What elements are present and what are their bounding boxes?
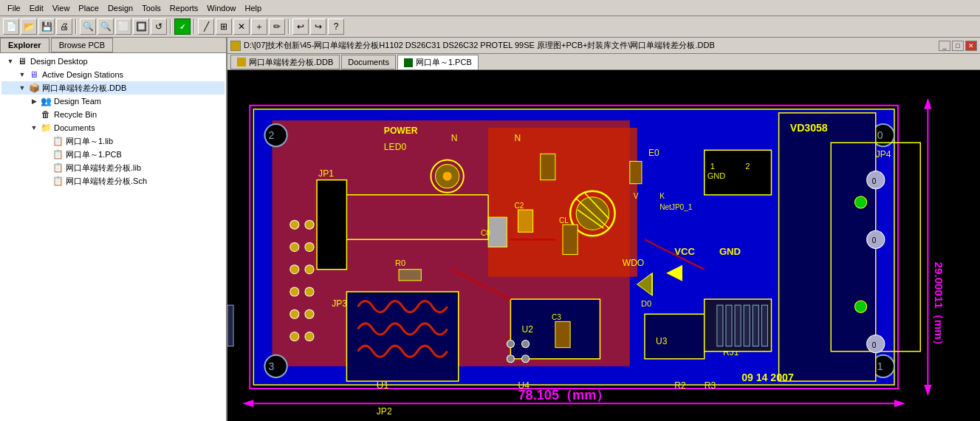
tree-file2[interactable]: 📋 网口单～1.PCB: [1, 148, 225, 161]
svg-text:1: 1: [877, 360, 883, 372]
svg-text:JP1: JP1: [318, 168, 334, 179]
svg-rect-59: [630, 161, 642, 183]
svg-text:1: 1: [710, 162, 715, 171]
svg-point-65: [290, 220, 299, 229]
documents-tab-label: Documents: [348, 58, 389, 66]
menu-file[interactable]: File: [3, 2, 25, 14]
menu-tools[interactable]: Tools: [137, 2, 165, 14]
doc-titlebar: D:\[07]技术创新\45-网口单端转差分板H1102 DS26C31 DS2…: [227, 38, 980, 54]
svg-text:GND: GND: [707, 171, 726, 180]
toolbar-row-1: 📄 📂 💾 🖨 🔍 🔍 ⬜ 🔲 ↺ ✓ ╱ ⊞ ✕ ＋ ✏ ↩ ↪ ?: [0, 16, 980, 37]
tree-documents[interactable]: ▼ 📁 Documents: [1, 121, 225, 134]
save-btn[interactable]: 💾: [38, 18, 55, 35]
tree-label-docs: Documents: [54, 123, 95, 132]
undo-btn[interactable]: ↩: [292, 18, 309, 35]
tree-label-file4: 网口单端转差分板.Sch: [66, 176, 147, 187]
zoom-select-btn[interactable]: 🔲: [133, 18, 149, 35]
tree-ddb-file[interactable]: ▼ 📦 网口单端转差分板.DDB: [1, 81, 225, 95]
open-btn[interactable]: 📂: [21, 18, 37, 35]
refresh-btn[interactable]: ↺: [151, 18, 167, 35]
zoom-fit-btn[interactable]: ⬜: [115, 18, 131, 35]
svg-point-62: [522, 340, 530, 348]
svg-text:09 14 2007: 09 14 2007: [741, 372, 794, 383]
print-btn[interactable]: 🖨: [56, 18, 72, 35]
svg-rect-85: [726, 305, 732, 346]
pcb-tab-icon: [404, 58, 413, 67]
menu-help[interactable]: Help: [240, 2, 266, 14]
svg-rect-108: [555, 321, 570, 347]
pcb-canvas[interactable]: 2 3 0 1 VD3058 JP4 0: [227, 70, 980, 421]
tree-design-team[interactable]: ▶ 👥 Design Team: [1, 95, 225, 108]
svg-point-61: [507, 340, 514, 348]
cross-btn[interactable]: ✕: [233, 18, 250, 35]
svg-text:E0: E0: [648, 148, 659, 158]
docs-icon: 📁: [40, 122, 52, 134]
doc-tab-documents[interactable]: Documents: [341, 55, 396, 69]
svg-text:0: 0: [872, 236, 877, 244]
tree-active-stations[interactable]: ▼ 🖥 Active Design Stations: [1, 68, 225, 81]
svg-rect-86: [735, 305, 741, 346]
svg-text:U2: U2: [522, 324, 534, 335]
doc-tab-ddb[interactable]: 网口单端转差分板.DDB: [230, 55, 340, 69]
tree-label-file2: 网口单～1.PCB: [66, 149, 122, 160]
tree-label-file1: 网口单～1.lib: [66, 136, 113, 147]
svg-text:LED0: LED0: [384, 142, 407, 152]
menu-place[interactable]: Place: [74, 2, 103, 14]
menu-window[interactable]: Window: [202, 2, 240, 14]
wire-btn[interactable]: ╱: [198, 18, 214, 35]
svg-rect-60: [541, 154, 555, 179]
plus-btn[interactable]: ＋: [251, 18, 267, 35]
svg-rect-89: [761, 305, 767, 346]
svg-text:78.105（mm）: 78.105（mm）: [518, 388, 609, 403]
expander-recycle[interactable]: ▶: [28, 111, 40, 118]
tree-file3[interactable]: 📋 网口单端转差分板.lib: [1, 161, 225, 174]
bus-btn[interactable]: ⊞: [216, 18, 232, 35]
menu-view[interactable]: View: [48, 2, 75, 14]
restore-btn[interactable]: □: [952, 41, 964, 51]
tab-explorer[interactable]: Explorer: [0, 38, 49, 52]
tree-design-desktop[interactable]: ▼ 🖥 Design Desktop: [1, 55, 225, 68]
expander-stations[interactable]: ▼: [16, 71, 28, 78]
expander-docs[interactable]: ▼: [28, 124, 40, 131]
svg-text:N: N: [451, 133, 458, 143]
drc-btn[interactable]: ✓: [174, 18, 191, 35]
menu-reports[interactable]: Reports: [165, 2, 203, 14]
svg-point-71: [305, 220, 314, 229]
svg-point-68: [290, 287, 299, 296]
redo-btn[interactable]: ↪: [310, 18, 326, 35]
svg-point-72: [305, 242, 314, 251]
svg-rect-103: [563, 225, 578, 254]
svg-rect-53: [488, 217, 507, 247]
expander-desktop[interactable]: ▼: [4, 58, 16, 65]
right-panel: D:\[07]技术创新\45-网口单端转差分板H1102 DS26C31 DS2…: [227, 38, 980, 421]
expander-ddb[interactable]: ▼: [16, 84, 28, 92]
new-btn[interactable]: 📄: [3, 18, 19, 35]
help-btn[interactable]: ?: [328, 18, 344, 35]
svg-point-70: [290, 332, 299, 340]
pcb-icon-1: 📋: [52, 148, 64, 160]
menu-edit[interactable]: Edit: [25, 2, 48, 14]
svg-text:3: 3: [268, 360, 274, 372]
zoom-in-btn[interactable]: 🔍: [80, 18, 96, 35]
sep2: [170, 19, 171, 34]
tab-browse-pcb[interactable]: Browse PCB: [51, 38, 113, 52]
close-btn[interactable]: ✕: [965, 41, 977, 51]
tree-area: ▼ 🖥 Design Desktop ▼ 🖥 Active Design Sta…: [0, 53, 226, 421]
toolbar-area: File Edit View Place Design Tools Report…: [0, 0, 980, 38]
tree-file1[interactable]: 📋 网口单～1.lib: [1, 134, 225, 148]
expander-team[interactable]: ▶: [28, 97, 40, 105]
svg-text:0: 0: [872, 341, 877, 349]
svg-rect-57: [399, 270, 421, 281]
menu-design[interactable]: Design: [103, 2, 137, 14]
svg-text:0: 0: [877, 129, 883, 141]
pencil-btn[interactable]: ✏: [269, 18, 285, 35]
sch-icon: 📋: [52, 175, 64, 187]
zoom-out-btn[interactable]: 🔍: [97, 18, 114, 35]
svg-text:C2: C2: [514, 202, 524, 210]
tree-recycle-bin[interactable]: ▶ 🗑 Recycle Bin: [1, 108, 225, 121]
pcb-svg: 2 3 0 1 VD3058 JP4 0: [227, 70, 980, 421]
minimize-btn[interactable]: _: [939, 41, 950, 51]
doc-tab-pcb[interactable]: 网口单～1.PCB: [397, 55, 479, 69]
tree-file4[interactable]: 📋 网口单端转差分板.Sch: [1, 174, 225, 188]
ddb-tab-icon: [237, 58, 246, 66]
